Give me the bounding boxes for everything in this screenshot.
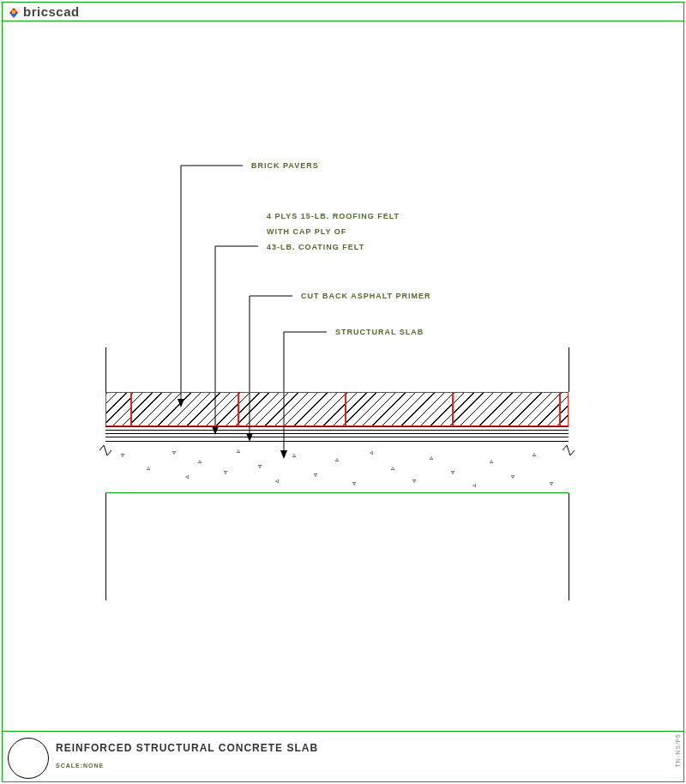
label-felt-1: 4 PLYS 15-LB. ROOFING FELT (267, 212, 400, 220)
break-mark-left (99, 445, 111, 455)
label-primer: CUT BACK ASPHALT PRIMER (301, 292, 431, 300)
detail-marker-circle (8, 738, 49, 779)
drawing-title: REINFORCED STRUCTURAL CONCRETE SLAB (56, 742, 318, 754)
structural-slab-layer: ▿ ▵ ▿ ◃ ▵ ▿ ▵ ▿ ◃ ▵ ▿ ▵ ▿ ◃ ▵ ▿ ▵ ▿ ◃ ▵ … (105, 442, 569, 493)
brick-paver-layer (105, 392, 569, 426)
cross-section: ▿ ▵ ▿ ◃ ▵ ▿ ▵ ▿ ◃ ▵ ▿ ▵ ▿ ◃ ▵ ▿ ▵ ▿ ◃ ▵ … (105, 392, 569, 521)
label-felt-3: 43-LB. COATING FELT (267, 243, 364, 251)
wall-line-right-lower (569, 493, 569, 600)
label-felt-2: WITH CAP PLY OF (267, 227, 346, 236)
drawing-id: TN-NS/F5 (675, 733, 681, 768)
wall-line-left-upper (105, 347, 106, 392)
wall-line-left-lower (105, 493, 106, 600)
wall-line-right-upper (569, 347, 569, 392)
roofing-felt-layer (105, 426, 569, 442)
title-block: REINFORCED STRUCTURAL CONCRETE SLAB SCAL… (3, 731, 683, 782)
label-brick-pavers: BRICK PAVERS (251, 161, 319, 170)
scale-note: SCALE:NONE (56, 763, 104, 769)
svg-rect-0 (12, 10, 15, 14)
label-slab: STRUCTURAL SLAB (335, 328, 424, 336)
bricscad-logo-icon (8, 6, 20, 18)
break-mark-right (563, 445, 575, 455)
brand-name: bricscad (23, 4, 80, 19)
app-titlebar: bricscad (3, 3, 683, 21)
cad-drawing-area: BRICK PAVERS 4 PLYS 15-LB. ROOFING FELT … (3, 21, 683, 725)
